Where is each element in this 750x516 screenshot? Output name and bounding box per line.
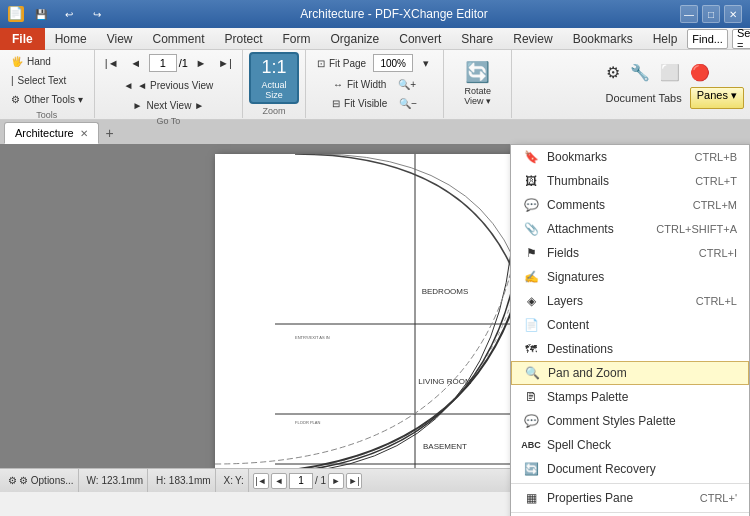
page-nav: |◄ ◄ / 1 ► ►| <box>253 473 362 489</box>
zoom-input[interactable] <box>373 54 413 72</box>
convert-menu[interactable]: Convert <box>389 28 451 50</box>
ribbon-toolbar: 🖐 Hand | Select Text ⚙ Other Tools ▾ Too… <box>0 50 750 120</box>
zoom-dropdown-btn[interactable]: ▾ <box>415 52 437 74</box>
prev-page-btn[interactable]: ◄ <box>125 52 147 74</box>
comments-item[interactable]: 💬 Comments CTRL+M <box>511 193 749 217</box>
page-input[interactable] <box>149 54 177 72</box>
zoom-content: ⊡ Fit Page ▾ ↔ Fit Width 🔍+ ⊟ Fit Visibl… <box>312 52 437 114</box>
fit-page-btn[interactable]: ⊡ Fit Page <box>312 54 371 72</box>
quick-access-redo[interactable]: ↪ <box>86 3 108 25</box>
svg-text:BASEMENT: BASEMENT <box>423 442 467 451</box>
quick-access-undo[interactable]: ↩ <box>58 3 80 25</box>
prev-page-status-btn[interactable]: ◄ <box>271 473 287 489</box>
attachments-item[interactable]: 📎 Attachments CTRL+SHIFT+A <box>511 217 749 241</box>
layers-icon: ◈ <box>523 293 539 309</box>
layers-item[interactable]: ◈ Layers CTRL+L <box>511 289 749 313</box>
doc-recovery-item[interactable]: 🔄 Document Recovery <box>511 457 749 481</box>
help-menu[interactable]: Help <box>643 28 688 50</box>
next-page-status-btn[interactable]: ► <box>328 473 344 489</box>
signatures-item[interactable]: ✍ Signatures <box>511 265 749 289</box>
tab-bar: Architecture ✕ + <box>0 120 750 144</box>
fit-width-btn[interactable]: ↔ Fit Width 🔍+ <box>328 75 421 93</box>
file-menu[interactable]: File <box>0 28 45 50</box>
svg-rect-0 <box>215 154 535 468</box>
window-controls: — □ ✕ <box>680 5 742 23</box>
tools-label: Tools <box>36 110 57 120</box>
find-box[interactable]: Find... <box>687 29 728 49</box>
separator-1 <box>511 483 749 484</box>
rotate-view-button[interactable]: 🔄 Rotate View ▾ <box>450 57 505 109</box>
next-view-btn[interactable]: ► Next View ► <box>128 96 209 114</box>
add-tab-btn[interactable]: + <box>99 122 121 144</box>
blueprint-drawing: BEDROOMS LIVING ROOM BASEMENT ENTRY/EXIT… <box>215 154 535 468</box>
comment-styles-icon: 💬 <box>523 413 539 429</box>
comment-styles-item[interactable]: 💬 Comment Styles Palette <box>511 409 749 433</box>
close-button[interactable]: ✕ <box>724 5 742 23</box>
maximize-button[interactable]: □ <box>702 5 720 23</box>
pan-zoom-item[interactable]: 🔍 Pan and Zoom <box>511 361 749 385</box>
thumbnails-icon: 🖼 <box>523 173 539 189</box>
last-page-status-btn[interactable]: ►| <box>346 473 362 489</box>
properties-pane-item[interactable]: ▦ Properties Pane CTRL+' <box>511 486 749 510</box>
other-tools-button[interactable]: ⚙ Other Tools ▾ <box>6 90 88 108</box>
svg-text:LIVING ROOM: LIVING ROOM <box>418 377 472 386</box>
share-menu[interactable]: Share <box>451 28 503 50</box>
select-text-icon: | <box>11 75 14 86</box>
destinations-icon: 🗺 <box>523 341 539 357</box>
first-page-status-btn[interactable]: |◄ <box>253 473 269 489</box>
hand-tool-button[interactable]: 🖐 Hand <box>6 52 88 70</box>
toolbar-icon-4[interactable]: 🔴 <box>686 61 714 83</box>
comment-menu[interactable]: Comment <box>142 28 214 50</box>
options-item[interactable]: ⚙ ⚙ Options... <box>4 469 79 492</box>
page-status-input[interactable] <box>289 473 313 489</box>
prev-view-btn[interactable]: ◄ ◄ Previous View <box>118 76 218 94</box>
y-label: Y: <box>235 475 244 486</box>
actual-size-button[interactable]: 1:1 Actual Size <box>249 52 299 104</box>
toolbar-icon-2[interactable]: 🔧 <box>626 61 654 83</box>
last-page-btn[interactable]: ►| <box>214 52 236 74</box>
panes-dropdown-btn[interactable]: Panes ▾ <box>690 87 744 109</box>
doc-tabs-btn[interactable]: Document Tabs <box>602 87 686 109</box>
zoom-in-btn[interactable]: 🔍+ <box>398 79 416 90</box>
form-menu[interactable]: Form <box>273 28 321 50</box>
quick-access-save[interactable]: 💾 <box>30 3 52 25</box>
pdf-page: BEDROOMS LIVING ROOM BASEMENT ENTRY/EXIT… <box>215 154 535 468</box>
toolbar-icon-1[interactable]: ⚙ <box>602 61 624 83</box>
fields-item[interactable]: ⚑ Fields CTRL+I <box>511 241 749 265</box>
signatures-icon: ✍ <box>523 269 539 285</box>
height-item: H: 183.1mm <box>152 469 215 492</box>
stamps-palette-item[interactable]: 🖹 Stamps Palette <box>511 385 749 409</box>
spell-check-item[interactable]: ABC Spell Check <box>511 433 749 457</box>
tab-close-btn[interactable]: ✕ <box>80 128 88 139</box>
find-label: Find... <box>692 33 723 45</box>
minimize-button[interactable]: — <box>680 5 698 23</box>
bookmarks-item[interactable]: 🔖 Bookmarks CTRL+B <box>511 145 749 169</box>
select-text-button[interactable]: | Select Text <box>6 71 88 89</box>
next-page-btn[interactable]: ► <box>190 52 212 74</box>
right-tools: ⚙ 🔧 ⬜ 🔴 Document Tabs Panes ▾ <box>602 50 750 120</box>
zoom-label: Zoom <box>262 106 285 116</box>
content-item[interactable]: 📄 Content <box>511 313 749 337</box>
goto-label: Go To <box>156 116 180 126</box>
thumbnails-item[interactable]: 🖼 Thumbnails CTRL+T <box>511 169 749 193</box>
attachments-icon: 📎 <box>523 221 539 237</box>
destinations-item[interactable]: 🗺 Destinations <box>511 337 749 361</box>
architecture-tab[interactable]: Architecture ✕ <box>4 122 99 144</box>
coords-item: X: Y: <box>220 469 249 492</box>
zoom-group: ⊡ Fit Page ▾ ↔ Fit Width 🔍+ ⊟ Fit Visibl… <box>306 50 444 118</box>
search-box[interactable]: Search = <box>732 29 750 49</box>
view-menu[interactable]: View <box>97 28 143 50</box>
fit-visible-btn[interactable]: ⊟ Fit Visible 🔍− <box>327 94 422 112</box>
organize-menu[interactable]: Organize <box>321 28 390 50</box>
protect-menu[interactable]: Protect <box>215 28 273 50</box>
home-menu[interactable]: Home <box>45 28 97 50</box>
tools-content: 🖐 Hand | Select Text ⚙ Other Tools ▾ <box>6 52 88 108</box>
zoom-out-btn[interactable]: 🔍− <box>399 98 417 109</box>
first-page-btn[interactable]: |◄ <box>101 52 123 74</box>
bookmarks-menu[interactable]: Bookmarks <box>563 28 643 50</box>
goto-content: |◄ ◄ /1 ► ►| ◄ ◄ Previous View ► Next Vi… <box>101 52 236 114</box>
review-menu[interactable]: Review <box>503 28 562 50</box>
toolbar-icon-3[interactable]: ⬜ <box>656 61 684 83</box>
properties-icon: ▦ <box>523 490 539 506</box>
pan-zoom-icon: 🔍 <box>524 365 540 381</box>
